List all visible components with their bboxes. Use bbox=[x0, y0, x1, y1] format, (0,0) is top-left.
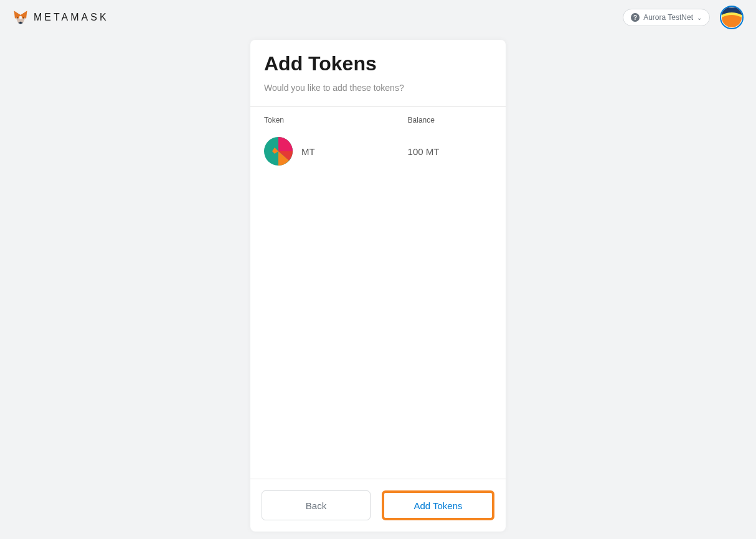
token-symbol: MT bbox=[301, 146, 315, 157]
svg-marker-2 bbox=[21, 11, 27, 19]
column-balance-header: Balance bbox=[408, 116, 492, 124]
back-button[interactable]: Back bbox=[262, 490, 371, 520]
metamask-fox-icon bbox=[12, 9, 29, 26]
page-subtitle: Would you like to add these tokens? bbox=[264, 83, 492, 93]
network-selector[interactable]: ? Aurora TestNet ⌄ bbox=[623, 9, 710, 26]
account-avatar[interactable] bbox=[720, 6, 744, 29]
card-footer: Back Add Tokens bbox=[250, 479, 506, 532]
chevron-down-icon: ⌄ bbox=[697, 14, 702, 21]
brand-name: METAMASK bbox=[34, 12, 109, 23]
token-balance: 100 MT bbox=[408, 146, 492, 157]
token-list: Token Balance MT 100 MT bbox=[250, 107, 506, 479]
help-icon: ? bbox=[631, 13, 640, 22]
page-title: Add Tokens bbox=[264, 52, 492, 75]
token-row: MT 100 MT bbox=[264, 137, 492, 166]
token-icon bbox=[264, 137, 293, 166]
add-tokens-button[interactable]: Add Tokens bbox=[382, 490, 494, 520]
logo-section: METAMASK bbox=[12, 9, 109, 26]
list-header: Token Balance bbox=[264, 116, 492, 124]
main-area: Add Tokens Would you like to add these t… bbox=[0, 35, 756, 539]
app-header: METAMASK ? Aurora TestNet ⌄ bbox=[0, 0, 756, 35]
network-name: Aurora TestNet bbox=[643, 13, 693, 22]
header-right: ? Aurora TestNet ⌄ bbox=[623, 6, 744, 29]
svg-marker-1 bbox=[14, 11, 20, 19]
card-header: Add Tokens Would you like to add these t… bbox=[250, 40, 506, 107]
token-info: MT bbox=[264, 137, 408, 166]
column-token-header: Token bbox=[264, 116, 408, 124]
add-tokens-card: Add Tokens Would you like to add these t… bbox=[250, 40, 506, 532]
